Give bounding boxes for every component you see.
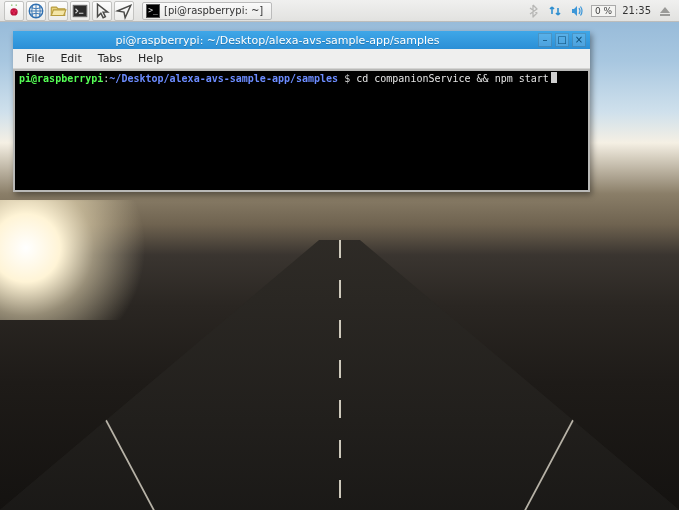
prompt-host: raspberrypi	[37, 73, 103, 84]
window-maximize-button[interactable]: □	[555, 33, 569, 47]
window-minimize-button[interactable]: –	[538, 33, 552, 47]
terminal-icon	[71, 2, 89, 20]
cursor-icon	[93, 2, 111, 20]
file-manager-launcher[interactable]	[48, 1, 68, 21]
svg-point-1	[11, 10, 13, 12]
prompt-path: ~/Desktop/alexa-avs-sample-app/samples	[109, 73, 338, 84]
bluetooth-tray-icon[interactable]	[525, 3, 541, 19]
svg-rect-6	[660, 14, 670, 16]
terminal-content[interactable]: pi@raspberrypi:~/Desktop/alexa-avs-sampl…	[13, 69, 590, 192]
bluetooth-icon	[525, 3, 541, 19]
svg-point-0	[10, 8, 17, 15]
menu-button[interactable]	[4, 1, 24, 21]
web-browser-launcher[interactable]	[26, 1, 46, 21]
network-updown-icon	[547, 3, 563, 19]
terminal-launcher[interactable]	[70, 1, 90, 21]
prompt-user: pi	[19, 73, 31, 84]
svg-point-3	[13, 12, 15, 14]
volume-icon	[569, 3, 585, 19]
window-close-button[interactable]: ×	[572, 33, 586, 47]
taskbar-entry-label: [pi@raspberrypi: ~]	[164, 5, 263, 16]
globe-icon	[27, 2, 45, 20]
network-tray-icon[interactable]	[547, 3, 563, 19]
menu-bar: File Edit Tabs Help	[13, 49, 590, 69]
terminal-icon: >_	[146, 4, 160, 18]
taskbar-entry-terminal[interactable]: >_ [pi@raspberrypi: ~]	[142, 2, 272, 20]
taskbar: >_ [pi@raspberrypi: ~] 0 % 21:35	[0, 0, 679, 22]
window-titlebar[interactable]: pi@raspberrypi: ~/Desktop/alexa-avs-samp…	[13, 31, 590, 49]
paperplane-icon	[115, 2, 133, 20]
clock[interactable]: 21:35	[622, 5, 651, 16]
terminal-window: pi@raspberrypi: ~/Desktop/alexa-avs-samp…	[13, 31, 590, 192]
eject-tray-icon[interactable]	[657, 3, 673, 19]
folder-icon	[49, 2, 67, 20]
menu-file[interactable]: File	[19, 50, 51, 67]
app-launcher-2[interactable]	[114, 1, 134, 21]
svg-point-2	[14, 9, 16, 11]
window-title: pi@raspberrypi: ~/Desktop/alexa-avs-samp…	[17, 34, 538, 47]
volume-tray-icon[interactable]	[569, 3, 585, 19]
app-launcher-1[interactable]	[92, 1, 112, 21]
cpu-usage[interactable]: 0 %	[591, 5, 616, 17]
prompt-symbol: $	[338, 73, 350, 84]
menu-tabs[interactable]: Tabs	[91, 50, 129, 67]
prompt-command: cd companionService && npm start	[350, 73, 549, 84]
svg-rect-5	[73, 5, 87, 16]
eject-icon	[657, 3, 673, 19]
menu-edit[interactable]: Edit	[53, 50, 88, 67]
menu-help[interactable]: Help	[131, 50, 170, 67]
terminal-cursor	[551, 72, 557, 83]
